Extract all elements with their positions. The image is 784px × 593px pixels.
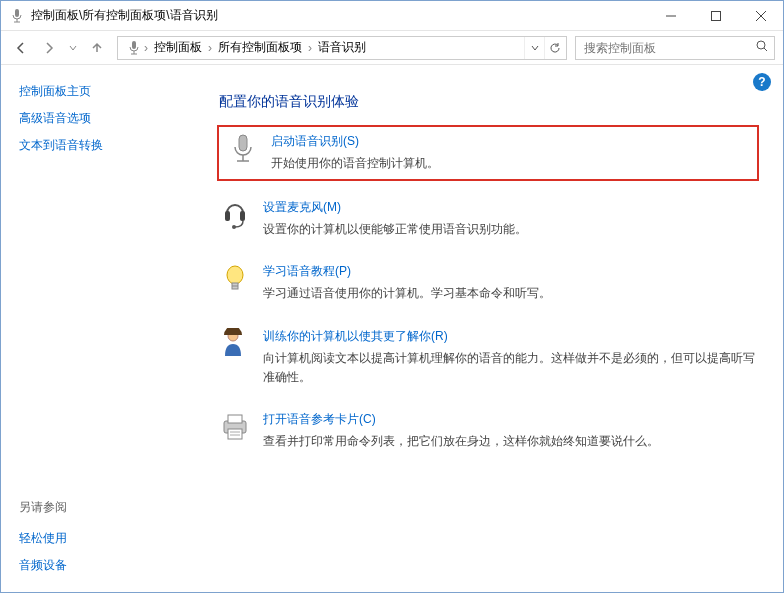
maximize-button[interactable] [693, 1, 738, 31]
option-link[interactable]: 设置麦克风(M) [263, 200, 341, 214]
main: ? 配置你的语音识别体验 启动语音识别(S) 开始使用你的语音控制计算机。 设置… [201, 65, 783, 592]
svg-rect-24 [228, 429, 242, 439]
option-train: 训练你的计算机以使其更了解你(R) 向计算机阅读文本以提高计算机理解你的语音的能… [219, 322, 759, 393]
option-desc: 学习通过语音使用你的计算机。学习基本命令和听写。 [263, 284, 759, 303]
svg-rect-7 [132, 41, 136, 49]
svg-rect-0 [15, 9, 19, 17]
sidebar: 控制面板主页 高级语音选项 文本到语音转换 另请参阅 轻松使用 音频设备 [1, 65, 201, 592]
search-icon [756, 40, 768, 55]
option-tutorial: 学习语音教程(P) 学习通过语音使用你的计算机。学习基本命令和听写。 [219, 257, 759, 309]
sidebar-footer-audio[interactable]: 音频设备 [19, 557, 183, 574]
person-icon [219, 328, 251, 360]
history-dropdown[interactable] [65, 36, 81, 60]
page-title: 配置你的语音识别体验 [219, 93, 759, 111]
svg-line-11 [764, 48, 767, 51]
option-start-recognition: 启动语音识别(S) 开始使用你的语音控制计算机。 [217, 125, 759, 181]
nav-bar: › 控制面板 › 所有控制面板项 › 语音识别 [1, 31, 783, 65]
minimize-button[interactable] [648, 1, 693, 31]
refresh-button[interactable] [544, 37, 564, 59]
sidebar-footer-ease[interactable]: 轻松使用 [19, 530, 183, 547]
breadcrumb[interactable]: › 控制面板 › 所有控制面板项 › 语音识别 [117, 36, 567, 60]
microphone-icon [124, 38, 144, 58]
microphone-icon [227, 133, 259, 165]
svg-point-10 [757, 41, 765, 49]
sidebar-link-advanced[interactable]: 高级语音选项 [19, 110, 183, 127]
help-icon[interactable]: ? [753, 73, 771, 91]
microphone-icon [9, 8, 25, 24]
headset-icon [219, 199, 251, 231]
sidebar-link-tts[interactable]: 文本到语音转换 [19, 137, 183, 154]
option-reference-card: 打开语音参考卡片(C) 查看并打印常用命令列表，把它们放在身边，这样你就始终知道… [219, 405, 759, 457]
sidebar-footer-title: 另请参阅 [19, 499, 183, 516]
breadcrumb-item[interactable]: 控制面板 [148, 39, 208, 56]
close-button[interactable] [738, 1, 783, 31]
window-title: 控制面板\所有控制面板项\语音识别 [31, 7, 218, 24]
option-link[interactable]: 学习语音教程(P) [263, 264, 351, 278]
svg-rect-15 [225, 211, 230, 221]
up-button[interactable] [85, 36, 109, 60]
option-desc: 设置你的计算机以便能够正常使用语音识别功能。 [263, 220, 759, 239]
search-field[interactable] [582, 40, 750, 56]
option-setup-mic: 设置麦克风(M) 设置你的计算机以便能够正常使用语音识别功能。 [219, 193, 759, 245]
title-bar: 控制面板\所有控制面板项\语音识别 [1, 1, 783, 31]
svg-rect-23 [228, 415, 242, 423]
svg-rect-16 [240, 211, 245, 221]
content: 控制面板主页 高级语音选项 文本到语音转换 另请参阅 轻松使用 音频设备 ? 配… [1, 65, 783, 592]
breadcrumb-item[interactable]: 所有控制面板项 [212, 39, 308, 56]
lightbulb-icon [219, 263, 251, 295]
option-link[interactable]: 打开语音参考卡片(C) [263, 412, 376, 426]
option-link[interactable]: 训练你的计算机以使其更了解你(R) [263, 329, 448, 343]
sidebar-home[interactable]: 控制面板主页 [19, 83, 183, 100]
forward-button[interactable] [37, 36, 61, 60]
back-button[interactable] [9, 36, 33, 60]
breadcrumb-item[interactable]: 语音识别 [312, 39, 372, 56]
svg-point-17 [232, 225, 236, 229]
option-desc: 向计算机阅读文本以提高计算机理解你的语音的能力。这样做并不是必须的，但可以提高听… [263, 349, 759, 387]
option-desc: 开始使用你的语音控制计算机。 [271, 154, 749, 173]
svg-point-18 [227, 266, 243, 284]
option-desc: 查看并打印常用命令列表，把它们放在身边，这样你就始终知道要说什么。 [263, 432, 759, 451]
option-link[interactable]: 启动语音识别(S) [271, 134, 359, 148]
svg-rect-4 [711, 11, 720, 20]
breadcrumb-dropdown[interactable] [524, 37, 544, 59]
search-input[interactable] [575, 36, 775, 60]
svg-rect-12 [239, 135, 247, 151]
printer-icon [219, 411, 251, 443]
